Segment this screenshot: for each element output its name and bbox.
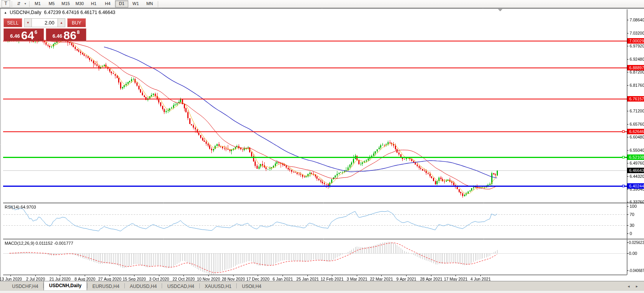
tab-scroll-left-icon[interactable]: ◂: [628, 284, 630, 288]
volume-input[interactable]: [32, 18, 58, 27]
buy-price-base: 6.46: [52, 33, 62, 39]
buy-button[interactable]: BUY: [67, 18, 86, 27]
volume-decrease-button[interactable]: ▼: [24, 18, 32, 27]
timeframe-button-m15[interactable]: M15: [59, 0, 72, 7]
chart-tools-icon[interactable]: ⇵: [14, 1, 23, 7]
trading-terminal-window: T ⇵ ▾ M1M5M15M30H1H4D1W1MN ▲ USDCNH,Dail…: [0, 0, 644, 293]
tab-usoil-h4[interactable]: USOil,H4: [237, 282, 266, 290]
timeframe-button-w1[interactable]: W1: [129, 0, 142, 7]
tab-usdchf-h4[interactable]: USDCHF,H4: [7, 282, 43, 290]
tab-eurusd-h4[interactable]: EURUSD,H4: [87, 282, 124, 290]
top-toolbar: T ⇵ ▾ M1M5M15M30H1H4D1W1MN: [0, 0, 644, 8]
volume-increase-button[interactable]: ▲: [58, 18, 65, 27]
buy-price-pip: 8: [77, 29, 80, 35]
one-click-trading-panel: SELL ▼ ▲ BUY 6.46 64 6 6.46 86 8: [3, 18, 87, 41]
chart-shift-marker-icon[interactable]: [498, 9, 503, 11]
status-strip: [0, 290, 644, 293]
tab-audusd-h4[interactable]: AUDUSD,H4: [125, 282, 162, 290]
timeframe-button-m1[interactable]: M1: [31, 0, 44, 7]
tab-usdcnh-daily[interactable]: USDCNH,Daily: [44, 281, 87, 290]
rsi-indicator-label: RSI(14) 64.9703: [5, 205, 36, 209]
toolbar-separator: [158, 1, 158, 7]
timeframe-button-group: M1M5M15M30H1H4D1W1MN: [31, 0, 156, 7]
text-tool-button[interactable]: T: [2, 0, 10, 7]
buy-price-display[interactable]: 6.46 86 8: [46, 28, 86, 41]
chart-canvas[interactable]: [0, 8, 644, 281]
timeframe-button-m30[interactable]: M30: [73, 0, 86, 7]
timeframe-button-h4[interactable]: H4: [101, 0, 114, 7]
timeframe-button-mn[interactable]: MN: [143, 0, 156, 7]
sell-price-display[interactable]: 6.46 64 6: [3, 28, 44, 41]
timeframe-button-m5[interactable]: M5: [45, 0, 58, 7]
tab-container: USDCHF,H4USDCNH,DailyEURUSD,H4AUDUSD,H4U…: [7, 281, 266, 290]
buy-price-big-digits: 86: [63, 30, 76, 40]
collapse-arrow-icon[interactable]: ▲: [4, 11, 7, 14]
chart-title: ▲ USDCNH,Daily 6.47239 6.47416 6.46171 6…: [4, 10, 115, 15]
sell-button[interactable]: SELL: [3, 18, 22, 27]
macd-indicator-label: MACD(12,26,9) 0.011152 -0.001777: [5, 241, 73, 246]
timeframe-button-d1[interactable]: D1: [115, 0, 128, 7]
chart-symbol-title: USDCNH,Daily: [10, 10, 41, 15]
chart-ohlc-values: 6.47239 6.47416 6.46171 6.46643: [44, 10, 115, 15]
chevron-down-icon[interactable]: ▾: [23, 1, 28, 7]
tab-bar-corner: [0, 281, 7, 290]
toolbar-separator: [29, 1, 30, 7]
sell-price-base: 6.46: [10, 33, 20, 39]
tab-xauusd-h1[interactable]: XAUUSD,H1: [200, 282, 237, 290]
tab-scroll-right-icon[interactable]: ▸: [636, 284, 638, 288]
toolbar-grip: [12, 1, 13, 7]
sell-price-big-digits: 64: [21, 30, 34, 40]
chart-tab-bar: USDCHF,H4USDCNH,DailyEURUSD,H4AUDUSD,H4U…: [0, 281, 644, 290]
sell-price-pip: 6: [35, 29, 37, 35]
tab-usdcad-h4[interactable]: USDCAD,H4: [162, 282, 199, 290]
timeframe-button-h1[interactable]: H1: [87, 0, 100, 7]
